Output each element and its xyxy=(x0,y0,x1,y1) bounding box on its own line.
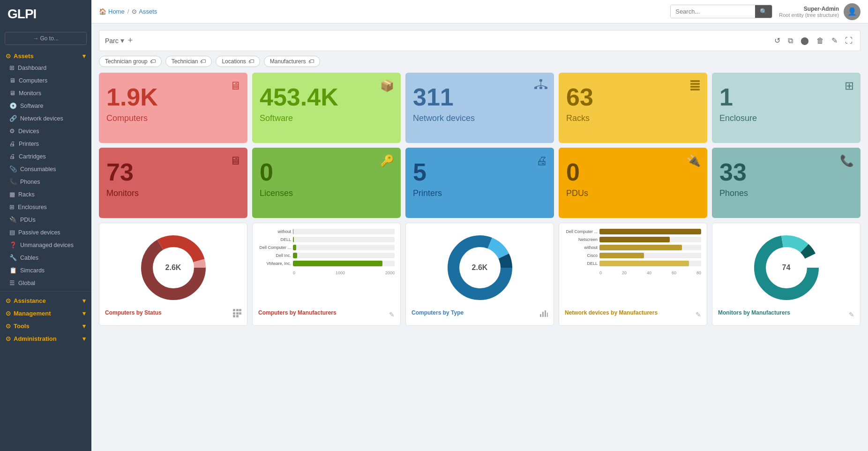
history-button[interactable]: ↺ xyxy=(772,34,782,47)
stat-card-software[interactable]: 📦 453.4K Software xyxy=(252,73,401,143)
stat-card-pdus[interactable]: 🔌 0 PDUs xyxy=(559,148,707,218)
sidebar-item-unmanaged-devices[interactable]: ❓ Unmanaged devices xyxy=(0,239,91,251)
add-tab-button[interactable]: + xyxy=(128,36,133,45)
fullscreen-button[interactable]: ⛶ xyxy=(843,35,854,47)
network-stat-icon xyxy=(534,79,547,92)
sidebar-item-devices[interactable]: ⚙ Devices xyxy=(0,125,91,137)
racks-stat-number: 63 xyxy=(566,84,700,111)
administration-section[interactable]: ⊙ Administration ▾ xyxy=(0,331,91,344)
sidebar-item-cables[interactable]: 🔧 Cables xyxy=(0,251,91,264)
chart-edit-icon[interactable]: ✎ xyxy=(849,311,854,318)
svg-rect-0 xyxy=(539,79,542,82)
bar-fill xyxy=(293,245,296,250)
enclosure-stat-number: 1 xyxy=(719,84,853,111)
chart-title: Computers by Manufacturers xyxy=(258,309,337,316)
network-stat-label: Network devices xyxy=(413,113,546,123)
bar-row: DELL xyxy=(258,237,395,242)
sidebar-item-cartridges[interactable]: 🖨 Cartridges xyxy=(0,150,91,163)
filter-locations[interactable]: Locations 🏷 xyxy=(216,56,260,67)
donut-center-value: 74 xyxy=(782,263,791,272)
bar-track xyxy=(293,237,395,242)
assistance-section[interactable]: ⊙ Assistance ▾ xyxy=(0,293,91,306)
computers-icon: 🖥 xyxy=(9,77,15,84)
racks-stat-label: Racks xyxy=(566,113,700,123)
sidebar-item-software[interactable]: 💿 Software xyxy=(0,99,91,112)
svg-rect-11 xyxy=(690,89,700,90)
filter-technician-group[interactable]: Technician group 🏷 xyxy=(99,56,162,67)
sidebar-item-monitors[interactable]: 🖥 Monitors xyxy=(0,87,91,99)
sidebar-item-dashboard[interactable]: ⊞ Dashboard xyxy=(0,61,91,74)
administration-icon: ⊙ xyxy=(6,335,11,342)
chart-edit-icon[interactable]: ✎ xyxy=(696,311,701,318)
sidebar-item-label: Computers xyxy=(19,77,47,84)
search-input[interactable] xyxy=(671,6,755,17)
sidebar-item-racks[interactable]: ▦ Racks xyxy=(0,188,91,201)
logo[interactable]: GLPI xyxy=(7,7,36,22)
bar-fill xyxy=(599,229,701,234)
printers-stat-icon: 🖨 xyxy=(536,154,547,167)
filter-manufacturers[interactable]: Manufacturers 🏷 xyxy=(264,56,320,67)
simcards-icon: 📋 xyxy=(9,267,17,274)
management-section[interactable]: ⊙ Management ▾ xyxy=(0,306,91,319)
sidebar-item-global[interactable]: ☰ Global xyxy=(0,277,91,289)
delete-button[interactable]: 🗑 xyxy=(815,35,826,47)
stat-card-phones[interactable]: 📞 33 Phones xyxy=(712,148,861,218)
bar-track xyxy=(599,237,701,242)
management-chevron: ▾ xyxy=(82,310,86,317)
stat-card-printers[interactable]: 🖨 5 Printers xyxy=(405,148,554,218)
stat-card-enclosure[interactable]: ⊞ 1 Enclosure xyxy=(712,73,861,143)
chart-title: Network devices by Manufacturers xyxy=(565,309,658,316)
enclosure-stat-icon: ⊞ xyxy=(845,79,854,92)
filter-label: Locations xyxy=(222,58,246,65)
donut-center-value: 2.6K xyxy=(472,263,488,272)
bar-label: VMware, Inc. xyxy=(258,261,291,266)
edit-button[interactable]: ✎ xyxy=(830,34,839,47)
sidebar: GLPI → Go to... ⊙ Assets ▾ ⊞ Dashboard 🖥… xyxy=(0,0,91,451)
copy-button[interactable]: ⧉ xyxy=(786,35,795,47)
stat-card-monitors[interactable]: 🖥 73 Monitors xyxy=(99,148,247,218)
chart-footer: Computers by Type xyxy=(412,309,548,320)
svg-rect-18 xyxy=(239,309,241,311)
bar-label: Dell Computer ... xyxy=(258,245,291,250)
sidebar-item-printers[interactable]: 🖨 Printers xyxy=(0,137,91,150)
bar-row: Dell Computer ... xyxy=(565,229,701,234)
filter-tag-icon: 🏷 xyxy=(248,58,254,65)
filter-technician[interactable]: Technician 🏷 xyxy=(165,56,212,67)
chart-edit-icon[interactable]: ✎ xyxy=(389,311,395,318)
filter-label: Technician group xyxy=(105,58,148,65)
topbar: 🏠 Home / ⊙ Assets 🔍 Super-Admin Root ent… xyxy=(91,0,868,23)
breadcrumb-home[interactable]: Home xyxy=(108,8,125,15)
sidebar-item-computers[interactable]: 🖥 Computers xyxy=(0,74,91,87)
breadcrumb-section[interactable]: Assets xyxy=(139,8,157,15)
stat-card-network[interactable]: 311 Network devices xyxy=(405,73,554,143)
search-button[interactable]: 🔍 xyxy=(755,5,772,18)
sidebar-item-consumables[interactable]: 📎 Consumables xyxy=(0,163,91,175)
global-icon: ☰ xyxy=(9,279,15,286)
sidebar-item-label: Racks xyxy=(18,191,35,198)
bar-track xyxy=(293,229,395,234)
cartridges-icon: 🖨 xyxy=(9,153,15,160)
sidebar-item-pdus[interactable]: 🔌 PDUs xyxy=(0,213,91,226)
goto-button[interactable]: → Go to... xyxy=(5,32,87,45)
sidebar-item-label: Cartridges xyxy=(19,153,46,160)
stat-card-computers[interactable]: 🖥 1.9K Computers xyxy=(99,73,247,143)
sidebar-item-simcards[interactable]: 📋 Simcards xyxy=(0,264,91,277)
software-stat-icon: 📦 xyxy=(380,79,394,92)
assets-section[interactable]: ⊙ Assets ▾ xyxy=(0,49,91,61)
donut-computers-status: 2.6K xyxy=(138,233,209,303)
user-name: Super-Admin xyxy=(779,6,839,12)
sidebar-item-label: Network devices xyxy=(20,115,63,122)
share-button[interactable]: ⬤ xyxy=(799,34,811,47)
sidebar-item-network-devices[interactable]: 🔗 Network devices xyxy=(0,112,91,125)
user-area: Super-Admin Root entity (tree structure)… xyxy=(779,3,861,20)
passive-devices-icon: ▤ xyxy=(9,229,15,236)
sidebar-item-phones[interactable]: 📞 Phones xyxy=(0,175,91,188)
sidebar-item-enclosures[interactable]: ⊞ Enclosures xyxy=(0,201,91,213)
stat-card-licenses[interactable]: 🔑 0 Licenses xyxy=(252,148,401,218)
parc-caret[interactable]: ▾ xyxy=(120,36,124,45)
sidebar-item-passive-devices[interactable]: ▤ Passive devices xyxy=(0,226,91,239)
sidebar-item-label: Enclosures xyxy=(18,204,47,210)
chart-title: Computers by Status xyxy=(105,309,162,316)
tools-section[interactable]: ⊙ Tools ▾ xyxy=(0,319,91,331)
stat-card-racks[interactable]: 63 Racks xyxy=(559,73,707,143)
